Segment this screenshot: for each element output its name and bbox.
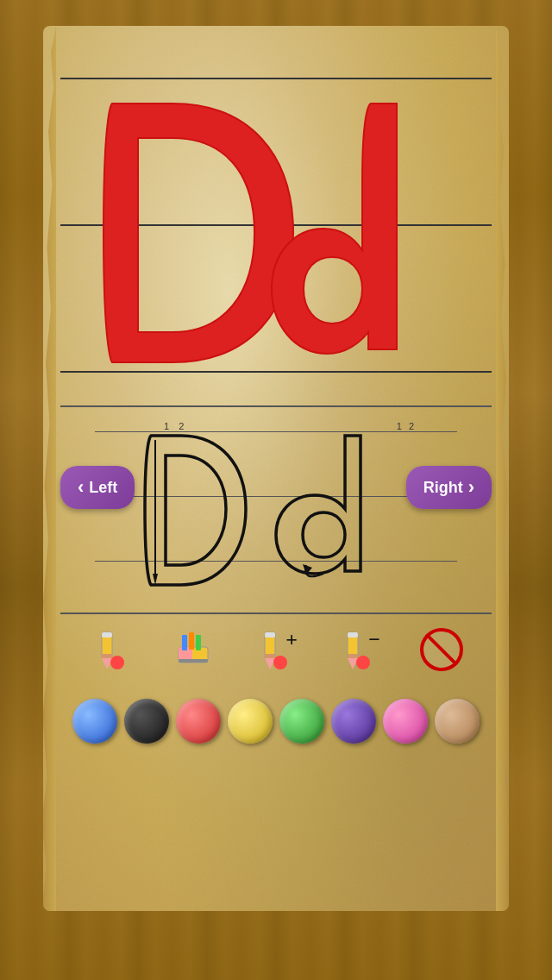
svg-rect-21 [348, 632, 358, 638]
svg-rect-6 [102, 654, 112, 658]
color-palette [69, 699, 483, 744]
tools-row: + − [69, 628, 483, 671]
svg-rect-22 [348, 654, 358, 658]
nav-right-button[interactable]: Right [406, 466, 492, 509]
svg-point-23 [356, 656, 370, 669]
clear-tool[interactable] [420, 628, 463, 671]
color-tan[interactable] [435, 699, 480, 744]
parchment-left-edge [43, 26, 56, 911]
parchment-paper: 1 2 1 2 Left [43, 26, 509, 911]
svg-rect-17 [265, 654, 275, 658]
minus-sign: − [368, 628, 380, 651]
svg-rect-13 [196, 635, 201, 650]
color-blue[interactable] [72, 699, 117, 744]
pencil-size-decrease-tool[interactable]: − [337, 628, 380, 671]
right-arrow-icon [468, 476, 474, 499]
svg-rect-16 [265, 632, 275, 638]
left-button-label: Left [89, 479, 117, 497]
guide-area: 1 2 1 2 [95, 423, 457, 595]
plus-sign: + [285, 628, 298, 651]
color-black[interactable] [124, 699, 169, 744]
writing-area-top [60, 60, 492, 388]
svg-point-7 [110, 656, 124, 669]
color-pink[interactable] [383, 699, 428, 744]
right-button-label: Right [423, 479, 463, 497]
color-yellow[interactable] [228, 699, 273, 744]
color-green[interactable] [279, 699, 324, 744]
svg-marker-1 [153, 574, 158, 585]
svg-rect-10 [179, 659, 208, 663]
pencil-tool[interactable] [89, 628, 132, 671]
parchment-right-edge [496, 26, 509, 911]
color-red[interactable] [176, 699, 221, 744]
color-purple[interactable] [331, 699, 376, 744]
svg-point-18 [273, 656, 287, 669]
pencil-size-increase-tool[interactable]: + [254, 628, 298, 671]
left-arrow-icon [78, 476, 84, 499]
svg-rect-11 [182, 635, 187, 650]
section-divider [60, 405, 492, 407]
toolbar-divider [60, 612, 492, 614]
svg-rect-5 [102, 632, 112, 638]
eraser-tool[interactable] [172, 628, 215, 671]
svg-rect-12 [189, 632, 194, 650]
letter-display[interactable] [60, 78, 492, 433]
no-icon [420, 628, 463, 671]
nav-left-button[interactable]: Left [60, 466, 135, 509]
